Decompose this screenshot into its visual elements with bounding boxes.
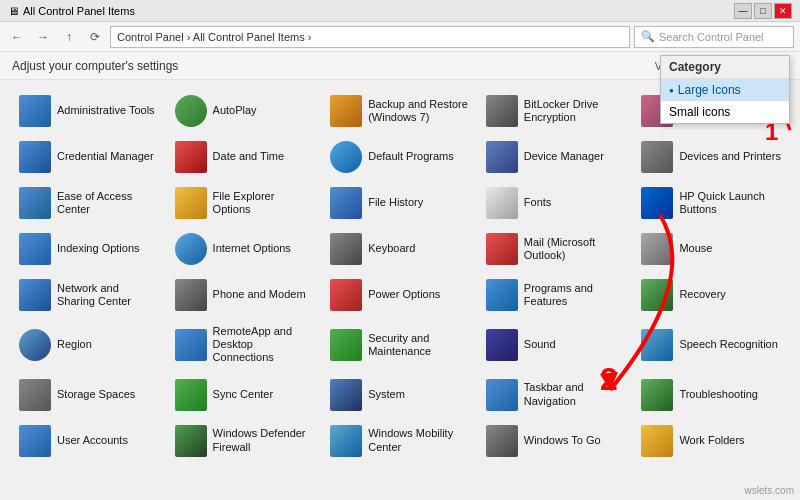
control-item-storage[interactable]: Storage Spaces (12, 374, 166, 416)
ease-label: Ease of Access Center (57, 190, 159, 216)
phone-icon (175, 279, 207, 311)
control-item-network[interactable]: Network and Sharing Center (12, 274, 166, 316)
control-item-phone[interactable]: Phone and Modem (168, 274, 322, 316)
control-item-hpquick[interactable]: HP Quick Launch Buttons (634, 182, 788, 224)
minimize-button[interactable]: — (734, 3, 752, 19)
internet-icon (175, 233, 207, 265)
dropdown-item-small[interactable]: Small icons (661, 101, 789, 123)
sync-icon (175, 379, 207, 411)
search-icon: 🔍 (641, 30, 655, 43)
control-item-winmobility[interactable]: Windows Mobility Center (323, 420, 477, 462)
control-item-datetime[interactable]: Date and Time (168, 136, 322, 178)
up-button[interactable]: ↑ (58, 26, 80, 48)
network-icon (19, 279, 51, 311)
control-item-admin[interactable]: Administrative Tools (12, 90, 166, 132)
power-label: Power Options (368, 288, 440, 301)
recovery-icon (641, 279, 673, 311)
control-item-recovery[interactable]: Recovery (634, 274, 788, 316)
control-item-windefender[interactable]: Windows Defender Firewall (168, 420, 322, 462)
control-item-programs[interactable]: Programs and Features (479, 274, 633, 316)
control-item-power[interactable]: Power Options (323, 274, 477, 316)
control-item-device[interactable]: Device Manager (479, 136, 633, 178)
address-path[interactable]: Control Panel › All Control Panel Items … (110, 26, 630, 48)
useraccts-label: User Accounts (57, 434, 128, 447)
control-item-indexing[interactable]: Indexing Options (12, 228, 166, 270)
control-item-credential[interactable]: Credential Manager (12, 136, 166, 178)
bitlocker-icon (486, 95, 518, 127)
control-item-sync[interactable]: Sync Center (168, 374, 322, 416)
forward-button[interactable]: → (32, 26, 54, 48)
control-item-autoplay[interactable]: AutoPlay (168, 90, 322, 132)
credential-label: Credential Manager (57, 150, 154, 163)
fileexp-label: File Explorer Options (213, 190, 315, 216)
remoteapp-label: RemoteApp and Desktop Connections (213, 325, 315, 365)
close-button[interactable]: ✕ (774, 3, 792, 19)
troubleshoot-icon (641, 379, 673, 411)
mouse-label: Mouse (679, 242, 712, 255)
maximize-button[interactable]: □ (754, 3, 772, 19)
troubleshoot-label: Troubleshooting (679, 388, 757, 401)
network-label: Network and Sharing Center (57, 282, 159, 308)
title-bar-controls: — □ ✕ (734, 3, 792, 19)
sound-label: Sound (524, 338, 556, 351)
control-item-bitlocker[interactable]: BitLocker Drive Encryption (479, 90, 633, 132)
speech-label: Speech Recognition (679, 338, 777, 351)
workfolders-icon (641, 425, 673, 457)
filehistory-icon (330, 187, 362, 219)
control-item-devprinters[interactable]: Devices and Printers (634, 136, 788, 178)
control-item-sound[interactable]: Sound (479, 320, 633, 370)
control-item-workfolders[interactable]: Work Folders (634, 420, 788, 462)
control-item-secmaint[interactable]: Security and Maintenance (323, 320, 477, 370)
control-item-taskbar[interactable]: Taskbar and Navigation (479, 374, 633, 416)
dropdown-item-large[interactable]: Large Icons (661, 79, 789, 101)
control-item-mouse[interactable]: Mouse (634, 228, 788, 270)
control-item-useraccts[interactable]: User Accounts (12, 420, 166, 462)
windefender-label: Windows Defender Firewall (213, 427, 315, 453)
control-item-fonts[interactable]: Fonts (479, 182, 633, 224)
taskbar-label: Taskbar and Navigation (524, 381, 626, 407)
workfolders-label: Work Folders (679, 434, 744, 447)
speech-icon (641, 329, 673, 361)
fonts-icon (486, 187, 518, 219)
control-item-region[interactable]: Region (12, 320, 166, 370)
hpquick-icon (641, 187, 673, 219)
keyboard-label: Keyboard (368, 242, 415, 255)
mail-label: Mail (Microsoft Outlook) (524, 236, 626, 262)
watermark: wslets.com (745, 485, 794, 496)
backup-icon (330, 95, 362, 127)
mail-icon (486, 233, 518, 265)
control-item-system[interactable]: System (323, 374, 477, 416)
devprinters-label: Devices and Printers (679, 150, 781, 163)
control-item-troubleshoot[interactable]: Troubleshooting (634, 374, 788, 416)
internet-label: Internet Options (213, 242, 291, 255)
control-item-mail[interactable]: Mail (Microsoft Outlook) (479, 228, 633, 270)
page-heading: Adjust your computer's settings (12, 59, 178, 73)
control-item-defaults[interactable]: Default Programs (323, 136, 477, 178)
address-bar: ← → ↑ ⟳ Control Panel › All Control Pane… (0, 22, 800, 52)
main-content: Administrative ToolsAutoPlayBackup and R… (0, 80, 800, 500)
winmobility-label: Windows Mobility Center (368, 427, 470, 453)
wintogo-icon (486, 425, 518, 457)
title-bar: 🖥 All Control Panel Items — □ ✕ (0, 0, 800, 22)
control-item-wintogo[interactable]: Windows To Go (479, 420, 633, 462)
search-box[interactable]: 🔍 Search Control Panel (634, 26, 794, 48)
control-item-internet[interactable]: Internet Options (168, 228, 322, 270)
system-label: System (368, 388, 405, 401)
sound-icon (486, 329, 518, 361)
control-item-fileexp[interactable]: File Explorer Options (168, 182, 322, 224)
control-item-keyboard[interactable]: Keyboard (323, 228, 477, 270)
control-item-filehistory[interactable]: File History (323, 182, 477, 224)
control-item-remoteapp[interactable]: RemoteApp and Desktop Connections (168, 320, 322, 370)
device-label: Device Manager (524, 150, 604, 163)
control-item-speech[interactable]: Speech Recognition (634, 320, 788, 370)
back-button[interactable]: ← (6, 26, 28, 48)
power-icon (330, 279, 362, 311)
control-item-ease[interactable]: Ease of Access Center (12, 182, 166, 224)
phone-label: Phone and Modem (213, 288, 306, 301)
refresh-button[interactable]: ⟳ (84, 26, 106, 48)
secmaint-label: Security and Maintenance (368, 332, 470, 358)
recovery-label: Recovery (679, 288, 725, 301)
control-item-backup[interactable]: Backup and Restore (Windows 7) (323, 90, 477, 132)
indexing-label: Indexing Options (57, 242, 140, 255)
backup-label: Backup and Restore (Windows 7) (368, 98, 470, 124)
